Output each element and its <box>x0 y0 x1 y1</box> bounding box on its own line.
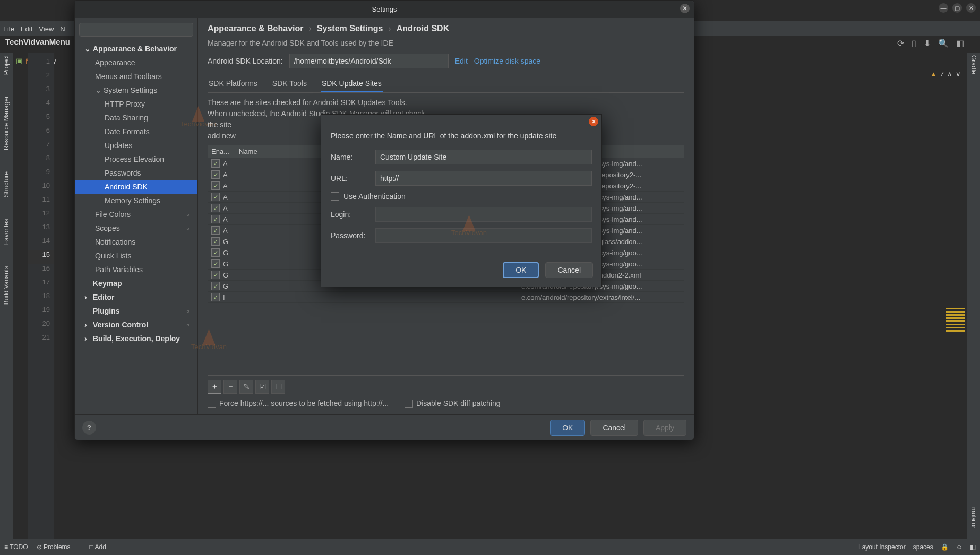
row-checkbox[interactable]: ✓ <box>211 215 220 223</box>
tool-build-variants[interactable]: Build Variants <box>3 266 10 305</box>
add-site-button[interactable]: ＋ <box>208 380 221 394</box>
tree-passwords[interactable]: Passwords <box>75 166 197 180</box>
crumb-0[interactable]: Appearance & Behavior <box>208 24 304 33</box>
name-input[interactable] <box>375 150 592 164</box>
ok-button[interactable]: OK <box>550 420 585 436</box>
apply-button[interactable]: Apply <box>643 420 686 436</box>
url-input[interactable] <box>375 171 592 186</box>
th-enabled[interactable]: Ena... <box>208 145 236 158</box>
tree-quick-lists[interactable]: Quick Lists <box>75 249 197 263</box>
settings-search-input[interactable] <box>79 23 193 37</box>
disable-diff-checkbox[interactable]: Disable SDK diff patching <box>405 399 501 408</box>
tool-emulator[interactable]: Emulator <box>970 503 977 528</box>
row-name: I <box>223 293 521 301</box>
close-button[interactable]: ✕ <box>966 3 976 13</box>
chevron-down-icon[interactable]: ∨ <box>956 70 961 78</box>
force-http-checkbox[interactable]: Force https://... sources to be fetched … <box>208 399 389 408</box>
tab-sdk-tools[interactable]: SDK Tools <box>271 76 308 92</box>
chevron-up-icon[interactable]: ∧ <box>947 70 952 78</box>
tree-menus-toolbars[interactable]: Menus and Toolbars <box>75 70 197 83</box>
sdk-location-input[interactable] <box>289 54 449 68</box>
menu-file[interactable]: File <box>3 25 14 33</box>
tree-process-elevation[interactable]: Process Elevation <box>75 152 197 166</box>
tree-http-proxy[interactable]: HTTP Proxy <box>75 97 197 111</box>
select-all-button[interactable]: ☑ <box>255 380 269 394</box>
tree-editor[interactable]: ›Editor <box>75 290 197 304</box>
row-checkbox[interactable]: ✓ <box>211 259 220 268</box>
bell-icon[interactable]: ◧ <box>970 543 976 551</box>
row-checkbox[interactable]: ✓ <box>211 293 220 301</box>
device-icon[interactable]: ▯ <box>912 38 916 48</box>
maximize-button[interactable]: ▢ <box>952 3 962 13</box>
login-input[interactable] <box>375 207 592 222</box>
help-button[interactable]: ? <box>82 421 96 435</box>
row-checkbox[interactable]: ✓ <box>211 181 220 190</box>
tree-scopes[interactable]: Scopes▫ <box>75 221 197 235</box>
row-checkbox[interactable]: ✓ <box>211 193 220 201</box>
tree-system-settings[interactable]: ⌄System Settings <box>75 83 197 97</box>
edit-site-button[interactable]: ✎ <box>239 380 253 394</box>
search-icon[interactable]: 🔍 <box>938 38 949 48</box>
modal-ok-button[interactable]: OK <box>503 262 539 278</box>
tool-gradle[interactable]: Gradle <box>970 55 977 74</box>
sync-icon[interactable]: ⟳ <box>897 38 904 48</box>
tree-memory[interactable]: Memory Settings <box>75 194 197 207</box>
tree-updates[interactable]: Updates <box>75 138 197 152</box>
tab-sdk-platforms[interactable]: SDK Platforms <box>208 76 259 92</box>
crumb-1[interactable]: System Settings <box>317 24 383 33</box>
tool-favorites[interactable]: Favorites <box>3 219 10 245</box>
tree-android-sdk[interactable]: Android SDK <box>75 180 197 194</box>
row-checkbox[interactable]: ✓ <box>211 237 220 246</box>
remove-site-button[interactable]: － <box>223 380 237 394</box>
tool-project[interactable]: Project <box>3 55 10 75</box>
project-scope-icon: ▫ <box>186 224 189 232</box>
settings-close-button[interactable]: ✕ <box>680 4 690 13</box>
tree-build[interactable]: ›Build, Execution, Deploy <box>75 332 197 345</box>
face-icon[interactable]: ☺ <box>956 543 962 551</box>
menu-edit[interactable]: Edit <box>21 25 32 33</box>
status-problems[interactable]: ⊘ Problems <box>37 543 71 551</box>
tab-sdk-update-sites[interactable]: SDK Update Sites <box>321 76 383 92</box>
cancel-button[interactable]: Cancel <box>590 420 638 436</box>
lock-icon[interactable]: 🔒 <box>941 543 949 551</box>
password-input[interactable] <box>375 228 592 243</box>
table-toolbar: ＋ － ✎ ☑ ☐ <box>208 376 684 394</box>
tree-date-formats[interactable]: Date Formats <box>75 125 197 138</box>
tree-data-sharing[interactable]: Data Sharing <box>75 111 197 125</box>
tree-file-colors[interactable]: File Colors▫ <box>75 207 197 221</box>
status-layout-inspector[interactable]: Layout Inspector <box>858 543 906 551</box>
tree-version-control[interactable]: ›Version Control▫ <box>75 318 197 332</box>
modal-cancel-button[interactable]: Cancel <box>545 262 593 278</box>
edit-link[interactable]: Edit <box>455 57 468 65</box>
optimize-link[interactable]: Optimize disk space <box>474 57 540 65</box>
row-checkbox[interactable]: ✓ <box>211 226 220 235</box>
row-checkbox[interactable]: ✓ <box>211 170 220 179</box>
status-spaces[interactable]: spaces <box>913 543 933 551</box>
row-checkbox[interactable]: ✓ <box>211 282 220 290</box>
tree-appearance[interactable]: Appearance <box>75 56 197 70</box>
row-checkbox[interactable]: ✓ <box>211 248 220 257</box>
minimize-button[interactable]: — <box>939 3 948 13</box>
use-auth-checkbox[interactable]: Use Authentication <box>331 192 406 201</box>
table-row[interactable]: ✓Ie.com/android/repository/extras/intel/… <box>208 292 684 303</box>
menu-view[interactable]: View <box>39 25 54 33</box>
tool-structure[interactable]: Structure <box>3 171 10 197</box>
row-checkbox[interactable]: ✓ <box>211 159 220 168</box>
tree-keymap[interactable]: Keymap <box>75 276 197 290</box>
modal-close-button[interactable]: ✕ <box>589 117 598 126</box>
status-todo[interactable]: ≡ TODO <box>4 543 28 551</box>
deselect-all-button[interactable]: ☐ <box>271 380 285 394</box>
palette-icon[interactable]: ◧ <box>956 38 964 48</box>
warning-count: 7 <box>940 70 944 78</box>
download-icon[interactable]: ⬇ <box>924 38 931 48</box>
settings-title-bar: Settings ✕ <box>75 1 694 18</box>
tree-notifications[interactable]: Notifications <box>75 235 197 249</box>
tool-resource-manager[interactable]: Resource Manager <box>3 96 10 150</box>
row-checkbox[interactable]: ✓ <box>211 271 220 279</box>
menu-more[interactable]: N <box>60 25 65 33</box>
tree-plugins[interactable]: Plugins▫ <box>75 304 197 318</box>
tree-path-vars[interactable]: Path Variables <box>75 263 197 276</box>
row-checkbox[interactable]: ✓ <box>211 204 220 212</box>
tree-appearance-behavior[interactable]: ⌄Appearance & Behavior <box>75 42 197 56</box>
warning-indicator[interactable]: ▲ 7 ∧ ∨ <box>930 70 961 78</box>
